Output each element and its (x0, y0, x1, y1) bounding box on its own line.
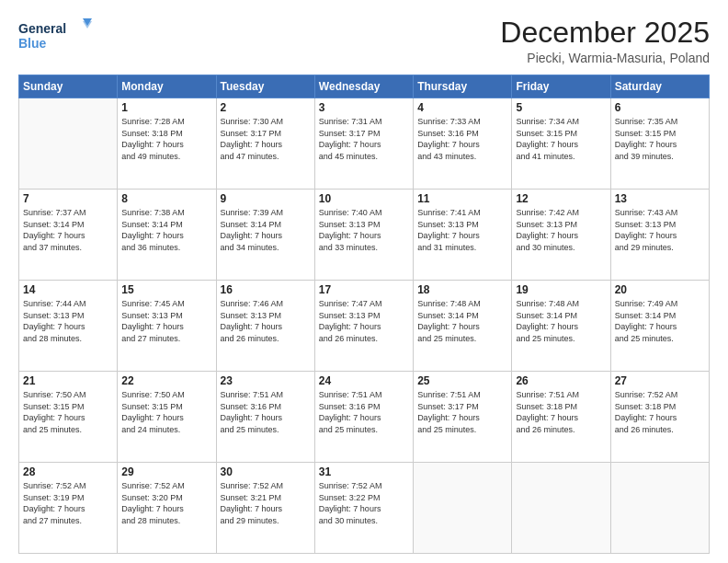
day-number: 13 (615, 192, 705, 205)
day-number: 8 (121, 192, 211, 205)
calendar-cell: 8Sunrise: 7:38 AM Sunset: 3:14 PM Daylig… (118, 190, 216, 281)
day-info: Sunrise: 7:43 AM Sunset: 3:13 PM Dayligh… (615, 207, 705, 253)
calendar-cell (414, 463, 512, 554)
day-number: 20 (615, 283, 705, 296)
day-info: Sunrise: 7:48 AM Sunset: 3:14 PM Dayligh… (417, 298, 507, 344)
calendar-cell: 19Sunrise: 7:48 AM Sunset: 3:14 PM Dayli… (512, 281, 610, 372)
day-info: Sunrise: 7:48 AM Sunset: 3:14 PM Dayligh… (516, 298, 606, 344)
day-info: Sunrise: 7:52 AM Sunset: 3:18 PM Dayligh… (615, 389, 705, 435)
calendar-week-row: 1Sunrise: 7:28 AM Sunset: 3:18 PM Daylig… (19, 98, 710, 190)
day-info: Sunrise: 7:51 AM Sunset: 3:16 PM Dayligh… (319, 389, 409, 435)
svg-marker-3 (83, 21, 92, 29)
column-header-wednesday: Wednesday (314, 75, 413, 98)
day-number: 12 (516, 192, 606, 205)
day-info: Sunrise: 7:45 AM Sunset: 3:13 PM Dayligh… (121, 298, 211, 344)
day-info: Sunrise: 7:52 AM Sunset: 3:22 PM Dayligh… (319, 480, 409, 526)
day-number: 21 (23, 374, 113, 387)
calendar-cell: 2Sunrise: 7:30 AM Sunset: 3:17 PM Daylig… (216, 98, 314, 190)
calendar-table: SundayMondayTuesdayWednesdayThursdayFrid… (18, 75, 710, 554)
calendar-cell (610, 463, 709, 554)
day-info: Sunrise: 7:51 AM Sunset: 3:16 PM Dayligh… (221, 389, 311, 435)
day-number: 1 (121, 101, 211, 114)
calendar-cell (19, 98, 118, 190)
calendar-cell (512, 463, 610, 554)
calendar-cell: 1Sunrise: 7:28 AM Sunset: 3:18 PM Daylig… (118, 98, 216, 190)
day-number: 10 (319, 192, 409, 205)
calendar-header-row: SundayMondayTuesdayWednesdayThursdayFrid… (19, 75, 710, 98)
day-number: 2 (221, 101, 311, 114)
day-info: Sunrise: 7:51 AM Sunset: 3:18 PM Dayligh… (516, 389, 606, 435)
column-header-saturday: Saturday (610, 75, 709, 98)
calendar-cell: 13Sunrise: 7:43 AM Sunset: 3:13 PM Dayli… (610, 190, 709, 281)
calendar-cell: 4Sunrise: 7:33 AM Sunset: 3:16 PM Daylig… (414, 98, 512, 190)
calendar-cell: 9Sunrise: 7:39 AM Sunset: 3:14 PM Daylig… (216, 190, 314, 281)
day-number: 7 (23, 192, 113, 205)
calendar-cell: 18Sunrise: 7:48 AM Sunset: 3:14 PM Dayli… (414, 281, 512, 372)
calendar-cell: 16Sunrise: 7:46 AM Sunset: 3:13 PM Dayli… (216, 281, 314, 372)
calendar-cell: 24Sunrise: 7:51 AM Sunset: 3:16 PM Dayli… (314, 372, 413, 463)
calendar-cell: 7Sunrise: 7:37 AM Sunset: 3:14 PM Daylig… (19, 190, 118, 281)
day-number: 23 (221, 374, 311, 387)
page-subtitle: Piecki, Warmia-Masuria, Poland (500, 51, 710, 65)
calendar-cell: 3Sunrise: 7:31 AM Sunset: 3:17 PM Daylig… (314, 98, 413, 190)
calendar-cell: 14Sunrise: 7:44 AM Sunset: 3:13 PM Dayli… (19, 281, 118, 372)
column-header-sunday: Sunday (19, 75, 118, 98)
calendar-cell: 10Sunrise: 7:40 AM Sunset: 3:13 PM Dayli… (314, 190, 413, 281)
calendar-cell: 22Sunrise: 7:50 AM Sunset: 3:15 PM Dayli… (118, 372, 216, 463)
day-info: Sunrise: 7:50 AM Sunset: 3:15 PM Dayligh… (23, 389, 113, 435)
day-number: 24 (319, 374, 409, 387)
calendar-cell: 11Sunrise: 7:41 AM Sunset: 3:13 PM Dayli… (414, 190, 512, 281)
day-info: Sunrise: 7:44 AM Sunset: 3:13 PM Dayligh… (23, 298, 113, 344)
day-number: 4 (417, 101, 507, 114)
day-info: Sunrise: 7:50 AM Sunset: 3:15 PM Dayligh… (121, 389, 211, 435)
logo: General Blue (18, 17, 92, 53)
day-number: 3 (319, 101, 409, 114)
day-info: Sunrise: 7:47 AM Sunset: 3:13 PM Dayligh… (319, 298, 409, 344)
calendar-week-row: 21Sunrise: 7:50 AM Sunset: 3:15 PM Dayli… (19, 372, 710, 463)
svg-text:Blue: Blue (18, 36, 47, 51)
calendar-cell: 12Sunrise: 7:42 AM Sunset: 3:13 PM Dayli… (512, 190, 610, 281)
day-number: 31 (319, 465, 409, 478)
page: General Blue December 2025 Piecki, Warmi… (0, 0, 728, 563)
day-info: Sunrise: 7:49 AM Sunset: 3:14 PM Dayligh… (615, 298, 705, 344)
day-number: 15 (121, 283, 211, 296)
calendar-week-row: 28Sunrise: 7:52 AM Sunset: 3:19 PM Dayli… (19, 463, 710, 554)
day-number: 11 (417, 192, 507, 205)
day-info: Sunrise: 7:51 AM Sunset: 3:17 PM Dayligh… (417, 389, 507, 435)
calendar-cell: 28Sunrise: 7:52 AM Sunset: 3:19 PM Dayli… (19, 463, 118, 554)
calendar-cell: 20Sunrise: 7:49 AM Sunset: 3:14 PM Dayli… (610, 281, 709, 372)
day-info: Sunrise: 7:46 AM Sunset: 3:13 PM Dayligh… (221, 298, 311, 344)
day-info: Sunrise: 7:33 AM Sunset: 3:16 PM Dayligh… (417, 116, 507, 162)
calendar-cell: 17Sunrise: 7:47 AM Sunset: 3:13 PM Dayli… (314, 281, 413, 372)
calendar-cell: 23Sunrise: 7:51 AM Sunset: 3:16 PM Dayli… (216, 372, 314, 463)
title-block: December 2025 Piecki, Warmia-Masuria, Po… (500, 17, 710, 65)
day-info: Sunrise: 7:35 AM Sunset: 3:15 PM Dayligh… (615, 116, 705, 162)
day-info: Sunrise: 7:42 AM Sunset: 3:13 PM Dayligh… (516, 207, 606, 253)
column-header-monday: Monday (118, 75, 216, 98)
day-info: Sunrise: 7:30 AM Sunset: 3:17 PM Dayligh… (221, 116, 311, 162)
day-number: 16 (221, 283, 311, 296)
day-number: 26 (516, 374, 606, 387)
calendar-cell: 25Sunrise: 7:51 AM Sunset: 3:17 PM Dayli… (414, 372, 512, 463)
day-info: Sunrise: 7:52 AM Sunset: 3:20 PM Dayligh… (121, 480, 211, 526)
calendar-cell: 15Sunrise: 7:45 AM Sunset: 3:13 PM Dayli… (118, 281, 216, 372)
day-info: Sunrise: 7:34 AM Sunset: 3:15 PM Dayligh… (516, 116, 606, 162)
calendar-cell: 21Sunrise: 7:50 AM Sunset: 3:15 PM Dayli… (19, 372, 118, 463)
day-info: Sunrise: 7:31 AM Sunset: 3:17 PM Dayligh… (319, 116, 409, 162)
day-number: 25 (417, 374, 507, 387)
day-number: 30 (221, 465, 311, 478)
page-title: December 2025 (500, 17, 710, 49)
header: General Blue December 2025 Piecki, Warmi… (18, 17, 710, 65)
day-info: Sunrise: 7:39 AM Sunset: 3:14 PM Dayligh… (221, 207, 311, 253)
day-number: 19 (516, 283, 606, 296)
calendar-cell: 31Sunrise: 7:52 AM Sunset: 3:22 PM Dayli… (314, 463, 413, 554)
calendar-week-row: 7Sunrise: 7:37 AM Sunset: 3:14 PM Daylig… (19, 190, 710, 281)
day-info: Sunrise: 7:28 AM Sunset: 3:18 PM Dayligh… (121, 116, 211, 162)
day-number: 28 (23, 465, 113, 478)
day-info: Sunrise: 7:52 AM Sunset: 3:19 PM Dayligh… (23, 480, 113, 526)
calendar-cell: 5Sunrise: 7:34 AM Sunset: 3:15 PM Daylig… (512, 98, 610, 190)
calendar-week-row: 14Sunrise: 7:44 AM Sunset: 3:13 PM Dayli… (19, 281, 710, 372)
calendar-cell: 6Sunrise: 7:35 AM Sunset: 3:15 PM Daylig… (610, 98, 709, 190)
calendar-cell: 30Sunrise: 7:52 AM Sunset: 3:21 PM Dayli… (216, 463, 314, 554)
day-number: 5 (516, 101, 606, 114)
